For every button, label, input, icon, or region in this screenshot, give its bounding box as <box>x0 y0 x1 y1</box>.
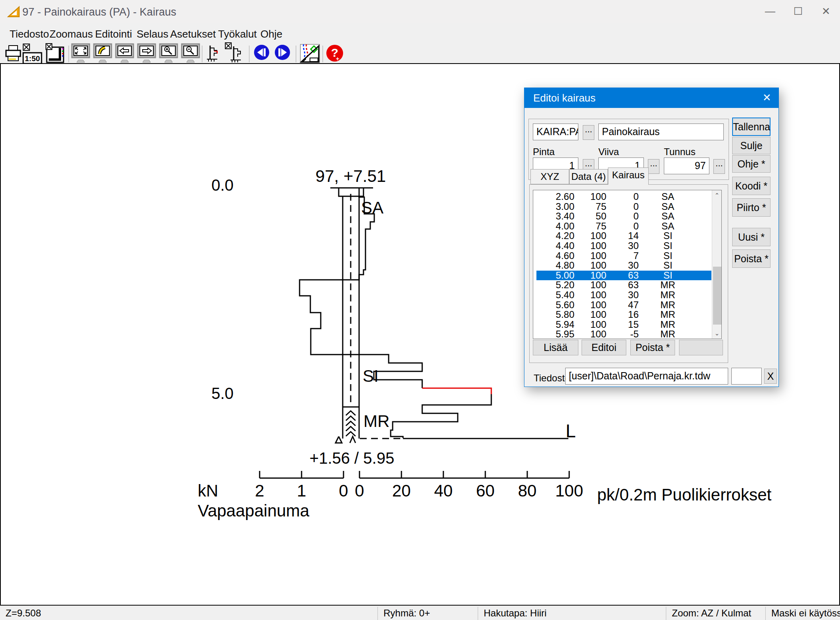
kaira-type-field[interactable]: KAIRA:PA <box>533 124 578 140</box>
maximize-button[interactable]: ☐ <box>784 0 812 23</box>
data-row-5.80[interactable]: 5.8010016MR <box>536 310 711 320</box>
row-cell: 5.95 <box>536 329 574 339</box>
data-row-3.00[interactable]: 3.00750SA <box>536 202 711 212</box>
data-row-5.20[interactable]: 5.2010063MR <box>536 280 711 290</box>
toolbar-separator <box>68 46 69 62</box>
poista-row-button[interactable]: Poista * <box>630 340 675 355</box>
data-row-5.95[interactable]: 5.95100-5MR <box>536 329 711 339</box>
plot-settings-icon[interactable] <box>300 44 320 65</box>
dialog-close-icon[interactable]: ✕ <box>755 88 778 108</box>
data-row-4.80[interactable]: 4.8010030SI <box>536 261 711 271</box>
status-bar: Z=9.508Ryhmä: 0+Hakutapa: HiiriZoom: AZ … <box>0 606 840 620</box>
scroll-down-icon[interactable]: ⌄ <box>712 328 722 339</box>
toolbar-separator <box>249 46 250 62</box>
status-panel-0: Z=9.508 <box>0 607 377 620</box>
tunnus-browse-button[interactable]: ... <box>713 159 725 174</box>
previous-sounding-icon[interactable] <box>206 45 222 65</box>
tab-xyz[interactable]: XYZ <box>530 169 569 184</box>
status-panel-4: Maski ei käytössä <box>765 607 840 620</box>
data-row-4.60[interactable]: 4.601007SI <box>536 251 711 261</box>
scroll-thumb[interactable] <box>713 267 721 325</box>
kaira-browse-button[interactable]: ... <box>583 125 594 140</box>
kairaus-data-list[interactable]: 2.601000SA3.00750SA3.40500SA4.00750SA4.2… <box>533 190 722 339</box>
zoom-out-icon[interactable] <box>181 43 200 65</box>
close-button[interactable]: ✕ <box>812 0 840 23</box>
next-sounding-icon[interactable] <box>225 42 243 66</box>
data-row-4.20[interactable]: 4.2010014SI <box>536 231 711 241</box>
tab-data-4-[interactable]: Data (4) <box>569 169 608 184</box>
status-panel-1: Ryhmä: 0+ <box>377 607 478 620</box>
dialog-title: Editoi kairaus <box>533 92 596 104</box>
viiva-label: Viiva <box>598 146 619 157</box>
previous-record-icon[interactable] <box>253 44 270 62</box>
x-button[interactable]: X <box>764 369 777 384</box>
tunnus-label: Tunnus <box>664 146 695 157</box>
data-row-5.94[interactable]: 5.9410015MR <box>536 320 711 330</box>
editoi-button[interactable]: Editoi <box>582 340 626 355</box>
data-row-2.60[interactable]: 2.601000SA <box>536 192 711 202</box>
pan-left-icon[interactable] <box>115 43 134 65</box>
next-record-icon[interactable] <box>274 44 291 62</box>
scroll-up-icon[interactable]: ⌃ <box>712 190 722 201</box>
dialog-title-bar[interactable]: Editoi kairaus ✕ <box>524 88 778 108</box>
aux-field[interactable] <box>731 368 762 385</box>
menu-item-asetukset[interactable]: Asetukset <box>168 23 218 45</box>
toolbar-separator <box>296 46 296 62</box>
scale-text: 1:50 <box>25 54 40 63</box>
piirto-button[interactable]: Piirto * <box>732 198 770 217</box>
toolbar-separator <box>202 46 203 62</box>
koodi-button[interactable]: Koodi * <box>732 177 770 195</box>
window-title: 97 - Painokairaus (PA) - Kairaus <box>22 6 176 18</box>
toolbar-separator <box>322 46 323 62</box>
lisaa-button[interactable]: Lisää <box>533 340 578 355</box>
data-row-5.40[interactable]: 5.4010030MR <box>536 290 711 300</box>
print-icon[interactable] <box>4 43 22 65</box>
help-icon[interactable]: ? + <box>326 44 344 64</box>
page-setup-icon[interactable] <box>46 43 65 65</box>
tab-kairaus[interactable]: Kairaus <box>608 167 649 185</box>
viiva-browse-button[interactable]: ... <box>648 159 659 174</box>
row-cell: MR <box>639 329 697 339</box>
blank-button[interactable] <box>679 340 723 355</box>
tiedosto-path-field[interactable]: [user]\Data\Road\Pernaja.kr.tdw <box>565 368 728 385</box>
uusi-button[interactable]: Uusi * <box>732 228 770 246</box>
title-bar: 97 - Painokairaus (PA) - Kairaus — ☐ ✕ <box>0 0 840 23</box>
editoi-kairaus-dialog: Editoi kairaus ✕ KAIRA:PA ... Painokaira… <box>524 88 779 387</box>
ohje-button[interactable]: Ohje * <box>732 155 770 173</box>
data-row-4.00[interactable]: 4.00750SA <box>536 221 711 231</box>
menu-bar: TiedostoZoomausEditointiSelausAsetuksetT… <box>0 23 840 45</box>
data-row-5.60[interactable]: 5.6010047MR <box>536 300 711 310</box>
sulje-button[interactable]: Sulje <box>732 137 770 154</box>
minimize-button[interactable]: — <box>756 0 784 23</box>
tiedosto-label: Tiedosto <box>534 373 570 384</box>
tallenna-button[interactable]: Tallenna <box>732 118 770 136</box>
data-row-5.00[interactable]: 5.0010063SI <box>536 271 711 281</box>
tunnus-field[interactable]: 97 <box>664 157 709 174</box>
row-cell: 100 <box>574 329 606 339</box>
zoom-in-icon[interactable] <box>159 43 178 65</box>
menu-item-tiedosto[interactable]: Tiedosto <box>7 23 52 45</box>
zoom-previous-icon[interactable] <box>93 43 112 65</box>
data-row-4.40[interactable]: 4.4010030SI <box>536 241 711 251</box>
svg-text:+: + <box>336 56 339 62</box>
menu-item-ohje[interactable]: Ohje <box>258 23 285 45</box>
poista-button[interactable]: Poista * <box>732 249 770 268</box>
pan-right-icon[interactable] <box>137 43 156 65</box>
status-panel-2: Hakutapa: Hiiri <box>478 607 666 620</box>
app-logo-icon <box>7 6 20 19</box>
toolbar: 1:50 <box>0 45 840 63</box>
menu-item-zoomaus[interactable]: Zoomaus <box>47 23 95 45</box>
data-row-3.40[interactable]: 3.40500SA <box>536 211 711 221</box>
menu-item-työkalut[interactable]: Työkalut <box>216 23 259 45</box>
zoom-fit-icon[interactable] <box>71 43 90 65</box>
pinta-label: Pinta <box>533 146 555 157</box>
list-scrollbar[interactable]: ⌃ ⌄ <box>712 190 722 339</box>
menu-item-editointi[interactable]: Editointi <box>93 23 135 45</box>
row-cell: -5 <box>606 329 639 339</box>
status-panel-3: Zoom: AZ / Kulmat <box>666 607 765 620</box>
menu-item-selaus[interactable]: Selaus <box>134 23 171 45</box>
kaira-name-field[interactable]: Painokairaus <box>598 124 724 140</box>
